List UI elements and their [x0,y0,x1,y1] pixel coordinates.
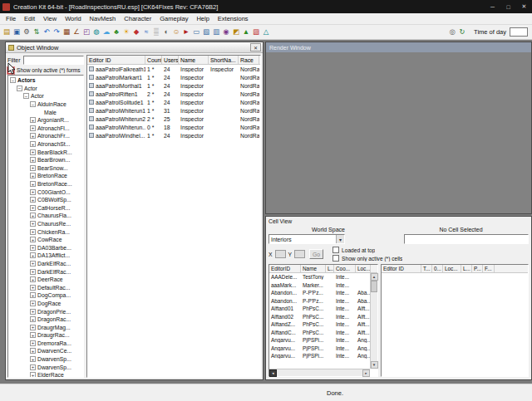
collapse-icon[interactable]: − [23,93,29,99]
cell-row[interactable]: Abandon...P-P'Pz...Inte...Aba... [269,297,370,306]
column-header[interactable]: EditorID [269,265,301,272]
object-palette-icon[interactable]: ▨ [251,27,261,37]
expand-icon[interactable]: + [30,316,36,322]
preferences-icon[interactable]: ⚙ [22,27,32,37]
expand-icon[interactable]: + [30,189,36,195]
selected-cell-input[interactable] [404,234,529,244]
cell-row[interactable]: Angarvu...PjPSPi...Inte...Ang... [269,352,370,360]
data-icon[interactable]: ▤ [2,27,12,37]
expand-icon[interactable]: + [30,261,36,267]
scroll-right-icon[interactable]: ▸ [362,369,370,377]
object-row[interactable]: aaaPatrolSolitude11 *24InspectorNordRa..… [87,98,260,106]
column-header[interactable]: Editor ID [87,56,145,64]
menu-item-help[interactable]: Help [192,15,213,22]
tree-item[interactable]: −Actor [8,85,83,93]
tree-item[interactable]: +DogCompa... [8,291,83,300]
tree-item[interactable]: −AlduinRace [8,100,83,109]
expand-icon[interactable]: + [30,269,36,275]
column-header[interactable]: Race [239,56,259,64]
filter-input[interactable] [23,56,84,65]
tree-item[interactable]: +AtronachSt... [8,140,83,149]
expand-icon[interactable]: + [30,252,36,258]
expand-icon[interactable]: + [30,173,36,178]
expand-icon[interactable]: + [30,356,36,362]
expand-icon[interactable]: + [30,165,36,171]
tree-item[interactable]: +DogRace [8,300,83,308]
expand-icon[interactable]: + [30,301,36,306]
cell-row[interactable]: AlftandZ...PhPsC...Inte...Alft... [269,320,370,329]
tree-item[interactable]: +ChickenRa... [8,227,83,236]
column-header[interactable]: F... [483,265,495,272]
tree-item[interactable]: +C00GiantO... [8,188,83,196]
time-of-day-input[interactable] [510,27,528,37]
scroll-left-icon[interactable]: ◂ [269,369,277,377]
render-viewport[interactable] [266,52,531,213]
snap-angle-icon[interactable]: ∠ [71,27,81,37]
landscape-icon[interactable]: ▲ [241,27,251,37]
tree-item[interactable]: +DA13Afflict... [8,252,83,260]
tree-item[interactable]: +DraugrRac... [8,331,83,340]
cell-row[interactable]: Alftand01PhPsC...Inte...Alft... [269,305,370,313]
column-header[interactable]: ShortNa... [209,56,239,64]
expand-icon[interactable]: + [30,245,36,251]
grass-icon[interactable]: ♣ [111,27,121,37]
snap-grid-icon[interactable]: ▦ [62,27,71,37]
dialogue-icon[interactable]: ☺ [171,27,181,37]
tree-item[interactable]: +DremoraRa... [8,340,83,348]
cell-row[interactable]: Abandon...P-P'Pz...Inte...Aba... [269,289,370,297]
expand-icon[interactable]: + [30,133,36,139]
tree-item[interactable]: +DA03Barbe... [8,243,83,252]
expand-icon[interactable]: + [30,197,36,203]
expand-icon[interactable]: + [30,285,36,291]
cell-row[interactable]: aaaMark...Marker...Inte... [269,281,370,290]
markers-icon[interactable]: ◆ [131,27,141,37]
column-header[interactable]: L... [326,265,334,272]
cell-row[interactable]: Angarvu...PjPSPi...Inte...Ang... [269,336,370,345]
tree-item[interactable]: +DwarvenSp... [8,363,83,371]
expand-icon[interactable]: + [30,229,36,235]
object-row[interactable]: aaaPatrolWhiterun...0 *18InspectorNordRa… [87,123,260,131]
expand-icon[interactable]: + [30,292,36,298]
redo-icon[interactable]: ↷ [52,27,62,37]
expand-icon[interactable]: + [30,149,36,155]
object-window-close-button[interactable]: ✕ [250,43,261,51]
expand-icon[interactable]: + [30,309,36,315]
object-row[interactable]: aaaPatrolWindhel...1 *24InspectorNordRa.… [87,131,260,139]
collapse-icon[interactable]: − [17,86,22,91]
expand-icon[interactable]: + [30,372,36,378]
world-space-select[interactable]: Interiors ▾ [268,234,345,244]
save-icon[interactable]: ▣ [12,27,22,37]
tree-item[interactable]: +DarkElfRac... [8,260,83,268]
tree-item[interactable]: +BearBrown... [8,156,83,164]
cell-row[interactable]: Angarvu...PjPSPi...Inte...Ang... [269,345,370,353]
tree-item[interactable]: Male [8,108,83,116]
column-header[interactable]: T... [421,265,432,272]
column-header[interactable]: Name [301,265,326,272]
camera-icon[interactable]: ◎ [447,27,457,37]
lights-icon[interactable]: ☀ [121,27,131,37]
column-header[interactable]: Count [145,56,162,64]
tree-item[interactable]: +DraugrMag... [8,323,83,331]
tree-item[interactable]: −Actors [8,76,83,85]
menu-item-gameplay[interactable]: Gameplay [155,15,192,22]
column-header[interactable]: Loc... [443,265,461,272]
expand-icon[interactable]: + [30,332,36,338]
menu-item-view[interactable]: View [39,15,61,22]
y-input[interactable] [294,250,305,258]
minimize-button[interactable]: ─ [485,0,500,13]
expand-icon[interactable]: + [30,325,36,330]
object-row[interactable]: aaaPatrolWhiterun22 *25InspectorNordRa..… [87,115,260,123]
tree-item[interactable]: +ArgonianR... [8,116,83,125]
tree-item[interactable]: +DwarvenCe... [8,347,83,355]
preview-icon[interactable]: ◉ [221,27,231,37]
close-button[interactable]: ✕ [516,0,532,13]
navmesh-icon[interactable]: △ [261,27,271,37]
tree-item[interactable]: +DeerRace [8,276,83,284]
tree-item[interactable]: −Actor [8,92,83,100]
column-header[interactable]: L... [461,265,472,272]
world-icon[interactable]: ◍ [91,27,101,37]
expand-icon[interactable]: + [30,141,36,147]
object-window-titlebar[interactable]: Object Window ✕ [6,42,263,53]
tree-item[interactable]: +CowRace [8,236,83,244]
cell-list-scrollbar[interactable]: ▲ ▼ [370,273,377,369]
